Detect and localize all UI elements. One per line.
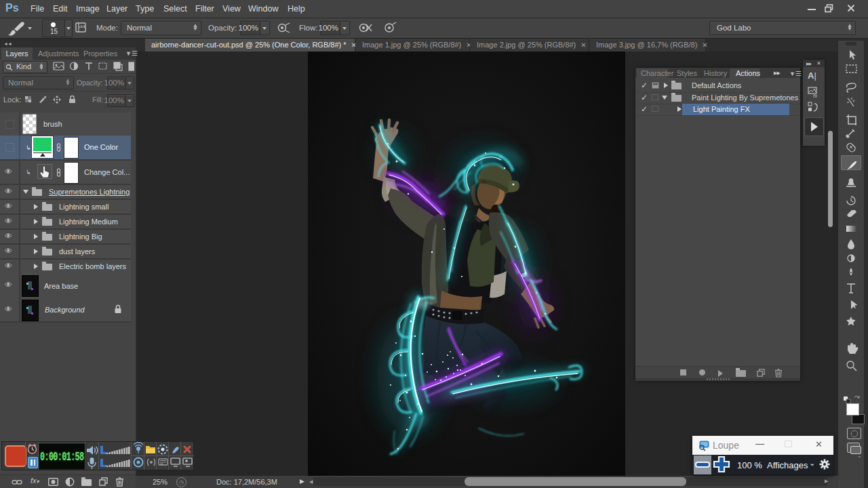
svg-text:fx: fx [813, 93, 818, 98]
